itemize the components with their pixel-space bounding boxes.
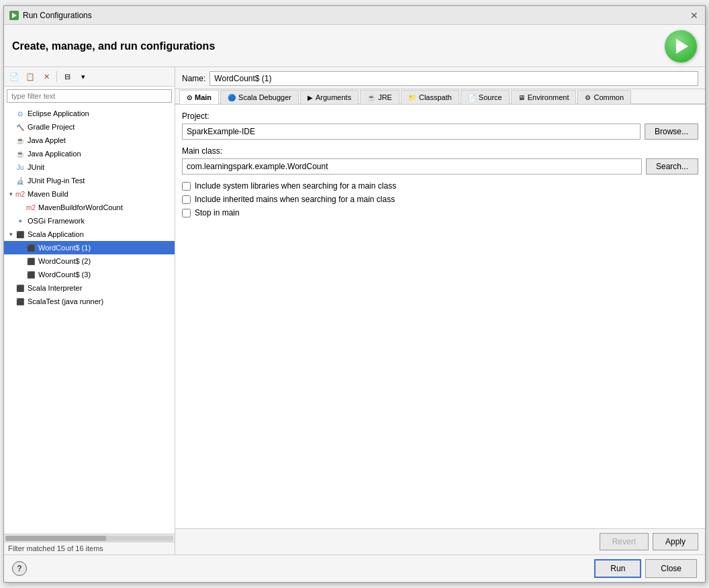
config-tree: ⊙Eclipse Application🔨Gradle Project☕Java… xyxy=(4,105,175,534)
tree-item-wordcount2[interactable]: ⬛WordCount$ (2) xyxy=(4,254,175,268)
tree-item-label: JUnit Plug-in Test xyxy=(28,177,85,185)
tab-label-source: Source xyxy=(479,93,502,101)
tab-icon-common: ⚙ xyxy=(585,94,591,101)
project-input[interactable] xyxy=(182,124,641,140)
content-area: Project: Browse... Main class: Search... xyxy=(175,105,705,528)
tree-item-osgi[interactable]: ✦OSGi Framework xyxy=(4,214,175,228)
tree-item-maven-wordcount[interactable]: m2MavenBuildforWordCount xyxy=(4,201,175,214)
tree-item-eclipse-app[interactable]: ⊙Eclipse Application xyxy=(4,107,175,120)
tree-item-maven-build[interactable]: m2Maven Build xyxy=(4,187,175,201)
tree-node-icon: ⬛ xyxy=(26,256,36,266)
tree-item-label: Java Application xyxy=(28,150,81,158)
name-label: Name: xyxy=(182,74,205,83)
main-class-input[interactable] xyxy=(182,158,642,175)
tree-item-label: JUnit xyxy=(28,163,44,171)
bottom-bar: Revert Apply xyxy=(175,528,705,554)
tree-item-java-application[interactable]: ☕Java Application xyxy=(4,147,175,160)
include-system-libs-checkbox[interactable] xyxy=(182,182,191,191)
tree-item-label: Scala Interpreter xyxy=(28,284,82,292)
tree-item-label: ScalaTest (java runner) xyxy=(28,297,103,305)
revert-button[interactable]: Revert xyxy=(600,533,649,550)
footer-right: Run Close xyxy=(594,559,697,578)
right-panel: Name: ⊙Main🔵Scala Debugger▶Arguments☕JRE… xyxy=(175,67,705,554)
header-title: Create, manage, and run configurations xyxy=(12,40,215,52)
main-class-label: Main class: xyxy=(182,146,698,156)
checkbox-row-2: Include inherited mains when searching f… xyxy=(182,195,698,204)
tab-label-arguments: Arguments xyxy=(316,93,351,101)
tab-icon-main: ⊙ xyxy=(187,94,192,101)
dialog-close-button[interactable]: ✕ xyxy=(689,11,700,20)
run-icon xyxy=(665,30,697,62)
title-bar: Run Configurations ✕ xyxy=(4,6,705,25)
tree-item-label: WordCount$ (2) xyxy=(38,257,91,265)
filter-input[interactable] xyxy=(7,89,172,103)
include-inherited-mains-checkbox[interactable] xyxy=(182,195,191,204)
project-group: Project: Browse... xyxy=(182,111,698,140)
main-class-input-row: Search... xyxy=(182,158,698,175)
footer-bar: ? Run Close xyxy=(4,554,705,582)
tree-item-label: Java Applet xyxy=(28,136,66,144)
tree-item-wordcount3[interactable]: ⬛WordCount$ (3) xyxy=(4,268,175,281)
tab-jre[interactable]: ☕JRE xyxy=(360,90,399,104)
stop-in-main-checkbox[interactable] xyxy=(182,209,191,217)
tree-item-junit-plugin[interactable]: 🔬JUnit Plug-in Test xyxy=(4,174,175,187)
tree-item-label: WordCount$ (3) xyxy=(38,271,91,279)
tree-item-label: OSGi Framework xyxy=(28,217,85,225)
tree-toggle xyxy=(7,230,15,238)
tab-icon-environment: 🖥 xyxy=(518,94,525,101)
tab-classpath[interactable]: 📁Classpath xyxy=(401,90,459,104)
tree-item-junit[interactable]: JuJUnit xyxy=(4,160,175,174)
tree-node-icon: Ju xyxy=(15,162,26,173)
dialog-icon xyxy=(9,11,19,20)
main-content: 📄 📋 ✕ ⊟ ▾ ⊙Eclipse Application🔨Gradle Pr… xyxy=(4,67,705,554)
checkbox-row-1: Include system libraries when searching … xyxy=(182,181,698,191)
tree-item-java-applet[interactable]: ☕Java Applet xyxy=(4,134,175,147)
dropdown-button[interactable]: ▾ xyxy=(76,69,91,84)
tree-node-icon: ⬛ xyxy=(15,229,26,240)
horizontal-scrollbar[interactable] xyxy=(4,534,175,542)
tree-item-label: Scala Application xyxy=(28,230,84,238)
project-input-row: Browse... xyxy=(182,124,698,140)
project-browse-button[interactable]: Browse... xyxy=(645,124,698,140)
tree-item-scala-app[interactable]: ⬛Scala Application xyxy=(4,228,175,241)
left-panel: 📄 📋 ✕ ⊟ ▾ ⊙Eclipse Application🔨Gradle Pr… xyxy=(4,67,175,554)
tree-node-icon: 🔬 xyxy=(15,175,26,186)
tab-common[interactable]: ⚙Common xyxy=(577,90,631,104)
tree-node-icon: 🔨 xyxy=(15,121,26,132)
help-button[interactable]: ? xyxy=(12,561,27,576)
close-button[interactable]: Close xyxy=(645,559,697,578)
tab-scala-debugger[interactable]: 🔵Scala Debugger xyxy=(220,90,299,104)
filter-status: Filter matched 15 of 16 items xyxy=(8,544,103,552)
collapse-all-button[interactable]: ⊟ xyxy=(60,69,75,84)
tree-item-scala-interp[interactable]: ⬛Scala Interpreter xyxy=(4,281,175,295)
scrollbar-thumb xyxy=(5,536,106,541)
name-input[interactable] xyxy=(209,71,698,86)
tab-icon-classpath: 📁 xyxy=(408,94,416,101)
tab-arguments[interactable]: ▶Arguments xyxy=(300,90,359,104)
svg-marker-0 xyxy=(12,13,17,18)
include-system-libs-label: Include system libraries when searching … xyxy=(195,181,396,191)
main-class-group: Main class: Search... xyxy=(182,146,698,175)
tab-label-classpath: Classpath xyxy=(419,93,452,101)
tab-label-main: Main xyxy=(195,93,211,101)
tab-main[interactable]: ⊙Main xyxy=(179,90,219,104)
tree-node-icon: ⊙ xyxy=(15,108,26,119)
tab-label-scala-debugger: Scala Debugger xyxy=(238,93,291,101)
tab-icon-arguments: ▶ xyxy=(308,94,313,101)
copy-config-button[interactable]: 📋 xyxy=(23,69,38,84)
apply-button[interactable]: Apply xyxy=(653,533,698,550)
tab-source[interactable]: 📄Source xyxy=(461,90,510,104)
tab-label-common: Common xyxy=(594,93,624,101)
toolbar: 📄 📋 ✕ ⊟ ▾ xyxy=(4,67,175,87)
new-config-button[interactable]: 📄 xyxy=(7,69,21,84)
tree-item-scala-test[interactable]: ⬛ScalaTest (java runner) xyxy=(4,295,175,308)
main-class-search-button[interactable]: Search... xyxy=(646,158,698,175)
run-button[interactable]: Run xyxy=(594,559,641,578)
delete-config-button[interactable]: ✕ xyxy=(39,69,54,84)
tab-environment[interactable]: 🖥Environment xyxy=(511,90,577,104)
tree-item-gradle-project[interactable]: 🔨Gradle Project xyxy=(4,120,175,134)
tree-item-label: Gradle Project xyxy=(28,123,75,131)
tree-item-wordcount1[interactable]: ⬛WordCount$ (1) xyxy=(4,241,175,254)
checkbox-row-3: Stop in main xyxy=(182,208,698,217)
tree-node-icon: ⬛ xyxy=(15,296,26,307)
